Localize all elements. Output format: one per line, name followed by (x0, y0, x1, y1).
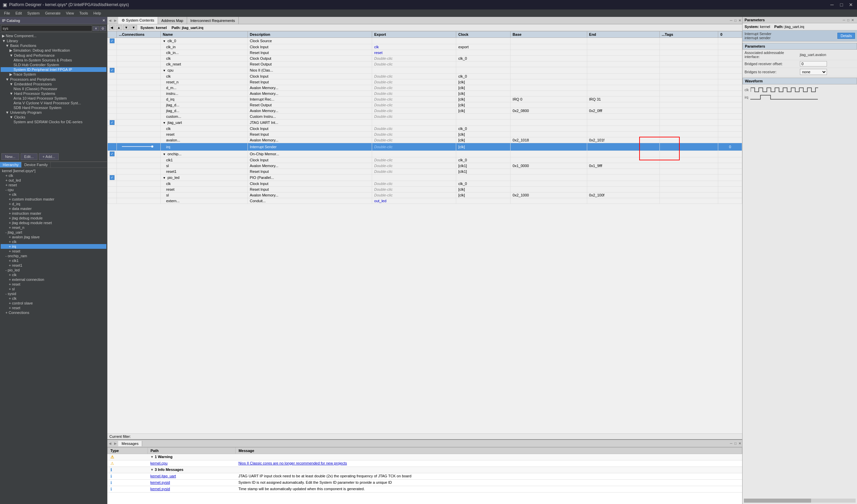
tree-item[interactable]: Nios II (Classic) Processor (1, 86, 106, 91)
hier-item[interactable]: + external connection (1, 277, 106, 282)
table-row[interactable]: d_irqInterrupt Rec... Double-clic[clk] I… (108, 97, 742, 102)
tab-device-family[interactable]: Device Family (22, 162, 51, 167)
msg-minimize[interactable]: ─ (729, 441, 734, 445)
hier-item[interactable]: + reset (1, 282, 106, 287)
tree-item[interactable]: SDB Hard Processor System (1, 105, 106, 110)
param-close[interactable]: ✕ (850, 18, 855, 22)
message-row-info[interactable]: ℹ kernel.jtag_uart JTAG UART IP input cl… (108, 473, 742, 480)
msg-path[interactable]: kernel.sysid (150, 481, 170, 484)
row-checkbox[interactable]: ✓ (110, 38, 115, 43)
hier-item[interactable]: + clk (1, 239, 106, 244)
tree-item[interactable]: System and SDRAM Clocks for DE-series (1, 119, 106, 124)
msg-close[interactable]: ✕ (738, 441, 742, 445)
tree-item[interactable]: ▼ Embedded Processors (1, 82, 106, 86)
table-row[interactable]: clkClock Input Double-clicclk_0 (108, 181, 742, 187)
tree-item-system-id[interactable]: System ID Peripheral Intel FPGA IP (1, 67, 106, 72)
toolbar-filter2[interactable]: ▼ (130, 25, 137, 30)
table-row[interactable]: resetReset Input Double-clic[clk] (108, 187, 742, 192)
hier-item[interactable]: - onchip_ram (1, 253, 106, 258)
scrollbar-thumb[interactable] (744, 499, 811, 503)
tree-item[interactable]: ▼ Debug and Performance (1, 53, 106, 58)
bridges-select[interactable]: none (800, 69, 827, 75)
table-row[interactable]: clk Clock Output Double-clic clk_0 (108, 56, 742, 62)
msg-path[interactable]: kernel.sysid (150, 487, 170, 491)
hier-item[interactable]: + sl (1, 287, 106, 291)
table-row[interactable]: ✓ ▼ jtag_uart JTAG UART Int... (108, 119, 742, 126)
tree-item[interactable]: ▼ Processors and Peripherals (1, 77, 106, 82)
tree-item[interactable]: ▼ University Program (1, 110, 106, 115)
toolbar-up[interactable]: ▲ (116, 25, 122, 30)
tree-item[interactable]: ▶ Trace System (1, 72, 106, 77)
hier-item[interactable]: + d_irq (1, 202, 106, 206)
hier-item[interactable]: + custom instruction master (1, 197, 106, 202)
menu-generate[interactable]: Generate (42, 11, 63, 16)
menu-file[interactable]: File (1, 11, 13, 16)
table-row-irq[interactable]: irq Interrupt Sender Double-clic [clk] 0 (108, 143, 742, 151)
table-row[interactable]: ✓ ▼ pio_led PIO (Parallel... (108, 174, 742, 181)
table-row[interactable]: ✓ ▼ clk_0 Clock Source (108, 38, 742, 44)
hier-item[interactable]: + Connections (1, 310, 106, 315)
param-scrollbar[interactable] (744, 499, 856, 503)
row-checkbox[interactable]: ✓ (110, 152, 115, 156)
search-input[interactable] (1, 25, 92, 31)
hier-item[interactable]: + reset1 (1, 263, 106, 268)
panel-minimize[interactable]: ─ (729, 19, 734, 22)
row-checkbox[interactable]: ✓ (110, 68, 115, 72)
bridged-offset-input[interactable] (800, 61, 827, 67)
hier-item[interactable]: + clk (1, 192, 106, 197)
collapse-button[interactable]: ▼ (150, 468, 154, 472)
table-row[interactable]: clkClock Input Double-clicclk_0 (108, 126, 742, 132)
table-row[interactable]: ✓ ▼ cpu Nios II (Clas... (108, 67, 742, 73)
message-row-warning[interactable]: ⚠ kernel.cpu Nios II Classic cores are n… (108, 460, 742, 467)
details-button[interactable]: Details (837, 33, 855, 39)
tree-item[interactable]: Arria 10 Hard Processor System (1, 96, 106, 101)
tree-item[interactable]: ▼ Clocks (1, 115, 106, 119)
table-row[interactable]: slAvalon Memory... Double-clic[clk] 0x2_… (108, 192, 742, 198)
hier-item[interactable]: + reset_n (1, 225, 106, 230)
search-clear-button[interactable]: ✕ (93, 26, 99, 31)
table-row[interactable]: custom...Custom Instru... Double-clic (108, 114, 742, 119)
menu-tools[interactable]: Tools (77, 11, 91, 16)
hier-item[interactable]: + clk1 (1, 258, 106, 263)
tree-item[interactable]: Arria V Cyclone V Hard Processor Syst... (1, 101, 106, 105)
panel-close[interactable]: ✕ (738, 19, 742, 22)
hier-item[interactable]: + clk (1, 296, 106, 301)
hier-item[interactable]: + jtag debug module (1, 216, 106, 220)
add-button[interactable]: + Add... (39, 153, 59, 160)
msg-nav-left[interactable]: ◀ (107, 441, 113, 445)
table-row[interactable]: avalon...Avalon Memory... Double-clic[cl… (108, 137, 742, 143)
hier-item[interactable]: - pio_led (1, 268, 106, 272)
tab-interconnect-req[interactable]: Interconnect Requirements (187, 17, 239, 24)
hier-item[interactable]: + clk (1, 272, 106, 277)
table-row[interactable]: instru...Avalon Memory... Double-clic[cl… (108, 91, 742, 97)
minimize-button[interactable]: ─ (829, 2, 835, 7)
tab-messages[interactable]: Messages (118, 441, 142, 446)
table-row[interactable]: jtag_d...Avalon Memory... Double-clic[cl… (108, 108, 742, 114)
menu-edit[interactable]: Edit (13, 11, 24, 16)
tree-item[interactable]: ▼ Hard Processor Systems (1, 91, 106, 96)
msg-path[interactable]: kernel.cpu (150, 461, 167, 465)
close-button[interactable]: ✕ (847, 2, 854, 7)
tab-system-contents[interactable]: ⚙ System Contents (118, 17, 158, 24)
table-row[interactable]: clk_in Clock Input clk export (108, 44, 742, 50)
tree-item[interactable]: ▼ Library (1, 38, 106, 43)
message-group-warning[interactable]: ⚠ ▼ 1 Warning (108, 454, 742, 460)
tree-item[interactable]: ▼ Basic Functions (1, 43, 106, 48)
param-restore[interactable]: □ (846, 18, 850, 22)
hier-item[interactable]: + data master (1, 206, 106, 211)
panel-restore[interactable]: □ (734, 19, 738, 22)
hier-item[interactable]: kernel [kernel.qsys*] (1, 168, 106, 173)
hier-item[interactable]: - jtag_uart (1, 230, 106, 235)
hier-item[interactable]: + avalon jtag slave (1, 235, 106, 239)
tree-item[interactable]: ▶ Simulation: Debug and Verification (1, 48, 106, 53)
hier-item[interactable]: - cpu (1, 187, 106, 192)
message-row-info[interactable]: ℹ kernel.sysid System ID is not assigned… (108, 480, 742, 486)
hier-item[interactable]: + clk (1, 173, 106, 178)
param-minimize[interactable]: ─ (842, 18, 846, 22)
table-row[interactable]: slAvalon Memory... Double-clic[clk1] 0x1… (108, 163, 742, 169)
message-row-info[interactable]: ℹ kernel.sysid Time stamp will be automa… (108, 486, 742, 492)
menu-system[interactable]: System (24, 11, 43, 16)
toolbar-filter1[interactable]: ▼ (123, 25, 130, 30)
table-row[interactable]: clkClock Input Double-clicclk_0 (108, 73, 742, 79)
ip-catalog-close[interactable]: ✕ (102, 19, 105, 22)
